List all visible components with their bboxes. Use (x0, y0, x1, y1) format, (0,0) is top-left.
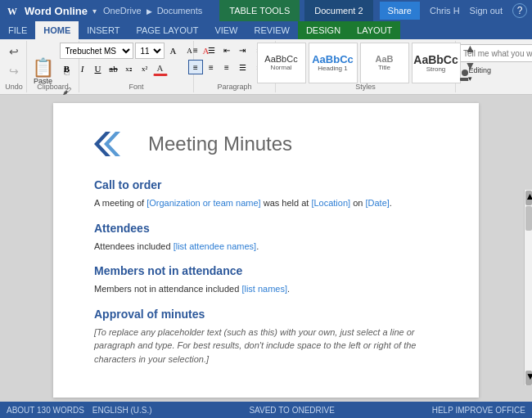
tab-page-layout[interactable]: PAGE LAYOUT (128, 21, 206, 39)
tab-design[interactable]: DESIGN (298, 21, 349, 39)
document-area[interactable]: Meeting Minutes Call to order A meeting … (0, 95, 532, 402)
title-bar: W Word Online ▾ OneDrive ▶ Documents TAB… (0, 0, 532, 21)
breadcrumb-part1[interactable]: OneDrive (103, 6, 141, 16)
styles-label: Styles (276, 83, 455, 91)
increase-indent-button[interactable]: ⇥ (235, 43, 250, 57)
bullet-list-button[interactable]: ≡ (188, 43, 203, 57)
word-count: ABOUT 130 WORDS (7, 406, 84, 415)
superscript-button[interactable]: x² (138, 61, 152, 76)
members-not-in-attendance-heading: Members not in attendance (94, 264, 438, 277)
tab-review[interactable]: REVIEW (246, 21, 298, 39)
editing-label: Editing (459, 87, 532, 95)
document-tab[interactable]: Document 2 (304, 0, 372, 21)
approval-of-minutes-body[interactable]: [To replace any placeholder text (such a… (94, 326, 438, 366)
dropdown-arrow[interactable]: ▾ (92, 7, 97, 16)
user-name: Chris H (430, 6, 460, 16)
members-not-in-attendance-body[interactable]: Members not in attendance included [list… (94, 282, 438, 296)
person-edit-icon (460, 67, 468, 82)
redo-button[interactable]: ↪ (5, 62, 23, 80)
align-right-button[interactable]: ≡ (219, 60, 234, 74)
undo-group: ↩ ↪ Undo (2, 41, 27, 92)
share-button[interactable]: Share (380, 2, 420, 20)
sign-out-link[interactable]: Sign out (470, 6, 503, 16)
section-attendees: Attendees Attendees included [list atten… (94, 222, 438, 254)
document-logo (94, 128, 137, 160)
tab-view[interactable]: VIEW (206, 21, 246, 39)
svg-rect-2 (462, 70, 468, 76)
document-title: Meeting Minutes (148, 133, 292, 155)
logo-graphic (94, 128, 137, 160)
attendee-names-placeholder[interactable]: [list attendee names] (174, 241, 257, 251)
section-call-to-order: Call to order A meeting of [Organization… (94, 178, 438, 210)
ribbon: ↩ ↪ Undo 📋 Paste ✂ ⎘ 🖌 Clipboard Trebuch… (0, 39, 532, 95)
increase-font-button[interactable]: A (166, 43, 181, 58)
location-placeholder[interactable]: [Location] (311, 198, 350, 208)
scroll-down-arrow[interactable]: ▼ (525, 371, 532, 385)
undo-group-label: Undo (2, 83, 26, 91)
help-improve[interactable]: HELP IMPROVE OFFICE (432, 406, 525, 415)
svg-rect-3 (460, 78, 468, 81)
save-status: SAVED TO ONEDRIVE (249, 406, 334, 415)
bold-button[interactable]: B (60, 61, 74, 76)
style-title[interactable]: AaB Title (360, 43, 409, 83)
scrollbar[interactable]: ▲ ▼ (524, 190, 532, 385)
font-group-label: Font (79, 83, 193, 91)
help-button[interactable]: ? (512, 3, 527, 18)
word-icon: W (5, 2, 21, 19)
style-normal[interactable]: AaBbCc Normal (257, 43, 306, 83)
attendees-heading: Attendees (94, 222, 438, 235)
underline-button[interactable]: U (91, 61, 106, 76)
attendees-body[interactable]: Attendees included [list attendee names]… (94, 240, 438, 254)
italic-button[interactable]: I (75, 61, 90, 76)
status-bar: ABOUT 130 WORDS ENGLISH (U.S.) SAVED TO … (0, 402, 532, 418)
justify-button[interactable]: ☰ (235, 60, 250, 74)
call-to-order-body[interactable]: A meeting of [Organization or team name]… (94, 196, 438, 210)
approval-of-minutes-heading: Approval of minutes (94, 308, 438, 321)
language: ENGLISH (U.S.) (92, 406, 152, 415)
date-placeholder[interactable]: [Date] (365, 198, 389, 208)
tab-layout[interactable]: LAYOUT (349, 21, 400, 39)
style-heading1[interactable]: AaBbCc Heading 1 (309, 43, 358, 83)
status-left: ABOUT 130 WORDS ENGLISH (U.S.) (7, 406, 152, 415)
ribbon-tabs: FILE HOME INSERT PAGE LAYOUT VIEW REVIEW… (0, 21, 532, 39)
tab-file[interactable]: FILE (0, 21, 35, 39)
strikethrough-button[interactable]: ab (106, 61, 121, 76)
scroll-up-arrow[interactable]: ▲ (525, 191, 532, 205)
org-placeholder[interactable]: [Organization or team name] (147, 198, 260, 208)
numbered-list-button[interactable]: ☰ (204, 43, 219, 57)
app-name: Word Online (25, 5, 88, 17)
style-strong[interactable]: AaBbCc Strong (412, 43, 461, 83)
subscript-button[interactable]: x₂ (122, 61, 137, 76)
breadcrumb: OneDrive ▶ Documents (103, 6, 202, 16)
scroll-thumb[interactable] (525, 206, 532, 231)
tab-insert[interactable]: INSERT (79, 21, 128, 39)
font-group: Trebuchet MS (He... 11 A A A B I U ab x₂… (79, 41, 194, 92)
editing-button[interactable]: Editing ▾ (459, 65, 492, 83)
absent-names-placeholder[interactable]: [list names] (241, 284, 287, 294)
tab-home[interactable]: HOME (35, 21, 79, 39)
svg-text:W: W (7, 6, 17, 17)
document-page: Meeting Minutes Call to order A meeting … (53, 103, 479, 398)
font-size-select[interactable]: 11 (135, 43, 165, 59)
font-name-select[interactable]: Trebuchet MS (He... (60, 43, 133, 59)
call-to-order-heading: Call to order (94, 178, 438, 191)
styles-group: AaBbCc Normal AaBbCc Heading 1 AaB Title… (276, 41, 456, 92)
table-tools-tab[interactable]: TABLE TOOLS (219, 0, 300, 21)
font-color-button[interactable]: A (153, 61, 168, 76)
align-left-button[interactable]: ≡ (188, 60, 203, 74)
decrease-indent-button[interactable]: ⇤ (219, 43, 234, 57)
align-center-button[interactable]: ≡ (204, 60, 219, 74)
document-header: Meeting Minutes (94, 128, 438, 160)
breadcrumb-part2[interactable]: Documents (157, 6, 203, 16)
breadcrumb-sep: ▶ (147, 7, 152, 16)
document-wrapper: Meeting Minutes Call to order A meeting … (0, 95, 532, 402)
approval-placeholder-text[interactable]: [To replace any placeholder text (such a… (94, 327, 416, 364)
undo-button[interactable]: ↩ (5, 43, 23, 61)
section-members-not-in-attendance: Members not in attendance Members not in… (94, 264, 438, 296)
paste-icon: 📋 (32, 59, 54, 77)
section-approval-of-minutes: Approval of minutes [To replace any plac… (94, 308, 438, 366)
